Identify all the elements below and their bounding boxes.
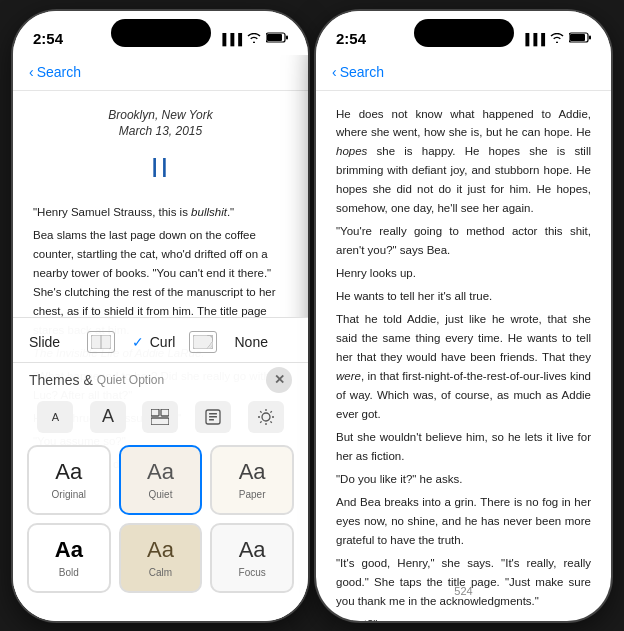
theme-bold-aa: Aa: [55, 537, 83, 563]
left-phone: 2:54 ▐▐▐: [13, 11, 308, 621]
font-decrease-button[interactable]: A: [37, 401, 73, 433]
time-right: 2:54: [336, 30, 366, 47]
layout-icon: [151, 409, 169, 425]
theme-card-calm[interactable]: Aa Calm: [119, 523, 203, 593]
theme-focus-name: Focus: [239, 567, 266, 578]
theme-bold-name: Bold: [59, 567, 79, 578]
curl-check: ✓: [132, 334, 144, 350]
font-increase-button[interactable]: A: [90, 401, 126, 433]
page-style-icon: [205, 409, 221, 425]
right-para-3: Henry looks up.: [336, 264, 591, 283]
right-para-1: He does not know what happened to Addie,…: [336, 105, 591, 219]
layout-button[interactable]: [142, 401, 178, 433]
svg-rect-12: [209, 419, 214, 421]
right-para-6: But she wouldn't believe him, so he lets…: [336, 428, 591, 466]
transition-row: Slide ✓ Curl: [13, 318, 308, 362]
svg-line-20: [270, 411, 271, 412]
chapter-number: II: [33, 146, 288, 191]
nav-bar-left: ‹ Search: [13, 55, 308, 91]
dynamic-island: [111, 19, 211, 47]
curl-icon: [189, 331, 217, 353]
quiet-option-label: Quiet Option: [97, 373, 164, 387]
svg-rect-23: [570, 34, 585, 41]
theme-calm-name: Calm: [149, 567, 172, 578]
svg-rect-1: [267, 34, 282, 41]
right-para-7: "Do you like it?" he asks.: [336, 470, 591, 489]
svg-line-18: [260, 411, 261, 412]
battery-icon: [266, 32, 288, 45]
theme-original-inner: Aa Original: [29, 447, 109, 513]
wifi-icon-right: [550, 33, 564, 45]
svg-rect-24: [589, 36, 591, 40]
wifi-icon: [247, 33, 261, 45]
font-large-label: A: [102, 406, 114, 427]
themes-label: Themes &: [29, 372, 93, 388]
theme-quiet-name: Quiet: [149, 489, 173, 500]
themes-header-row: Themes & Quiet Option ✕: [13, 363, 308, 399]
theme-paper-inner: Aa Paper: [212, 447, 292, 513]
theme-paper-name: Paper: [239, 489, 266, 500]
svg-line-19: [270, 421, 271, 422]
theme-card-focus[interactable]: Aa Focus: [210, 523, 294, 593]
font-small-label: A: [52, 411, 59, 423]
book-header: Brooklyn, New YorkMarch 13, 2015 II: [33, 107, 288, 191]
theme-card-bold[interactable]: Aa Bold: [27, 523, 111, 593]
nav-bar-right: ‹ Search: [316, 55, 611, 91]
right-para-10: "What?": [336, 615, 591, 621]
right-para-2: "You're really going to method actor thi…: [336, 222, 591, 260]
brightness-icon: [257, 408, 275, 426]
status-icons-right: ▐▐▐: [522, 32, 591, 45]
theme-original-aa: Aa: [55, 459, 82, 485]
battery-icon-right: [569, 32, 591, 45]
slide-label: Slide: [29, 334, 60, 350]
book-content-right: He does not know what happened to Addie,…: [316, 91, 611, 621]
close-button[interactable]: ✕: [266, 367, 292, 393]
theme-card-original[interactable]: Aa Original: [27, 445, 111, 515]
svg-point-13: [262, 413, 270, 421]
svg-rect-11: [209, 416, 217, 418]
right-para-8: And Bea breaks into a grin. There is no …: [336, 493, 591, 550]
status-icons-left: ▐▐▐: [219, 32, 288, 45]
none-label: None: [235, 334, 268, 350]
book-location: Brooklyn, New YorkMarch 13, 2015: [33, 107, 288, 141]
svg-line-21: [260, 421, 261, 422]
back-label-right: Search: [340, 64, 384, 80]
svg-rect-10: [209, 413, 217, 415]
book-para-1: "Henry Samuel Strauss, this is bullshit.…: [33, 203, 288, 222]
options-row: A A: [13, 399, 308, 441]
chevron-left-icon-right: ‹: [332, 64, 337, 80]
dynamic-island-right: [414, 19, 514, 47]
theme-paper-aa: Aa: [239, 459, 266, 485]
transition-slide[interactable]: Slide: [29, 328, 87, 356]
svg-rect-7: [161, 409, 169, 416]
transition-curl[interactable]: ✓ Curl: [132, 328, 190, 356]
brightness-button[interactable]: [248, 401, 284, 433]
svg-rect-2: [286, 36, 288, 40]
theme-calm-aa: Aa: [147, 537, 174, 563]
theme-grid: Aa Original Aa Quiet Aa: [13, 441, 308, 601]
theme-original-name: Original: [52, 489, 86, 500]
theme-focus-aa: Aa: [239, 537, 266, 563]
back-label-left: Search: [37, 64, 81, 80]
overlay-panel: Slide ✓ Curl: [13, 317, 308, 621]
theme-card-paper[interactable]: Aa Paper: [210, 445, 294, 515]
phones-container: 2:54 ▐▐▐: [5, 3, 619, 629]
chevron-left-icon: ‹: [29, 64, 34, 80]
back-button-right[interactable]: ‹ Search: [332, 64, 384, 80]
theme-calm-inner: Aa Calm: [121, 525, 201, 591]
theme-bold-inner: Aa Bold: [29, 525, 109, 591]
theme-focus-inner: Aa Focus: [212, 525, 292, 591]
close-icon: ✕: [274, 372, 285, 387]
signal-icon: ▐▐▐: [219, 33, 242, 45]
page-style-button[interactable]: [195, 401, 231, 433]
curl-label: Curl: [150, 334, 176, 350]
svg-rect-8: [151, 418, 169, 425]
slide-icon: [87, 331, 115, 353]
time-left: 2:54: [33, 30, 63, 47]
theme-card-quiet[interactable]: Aa Quiet: [119, 445, 203, 515]
page-number: 524: [316, 582, 611, 600]
back-button-left[interactable]: ‹ Search: [29, 64, 81, 80]
transition-none[interactable]: None: [235, 328, 293, 356]
signal-icon-right: ▐▐▐: [522, 33, 545, 45]
right-phone: 2:54 ▐▐▐: [316, 11, 611, 621]
